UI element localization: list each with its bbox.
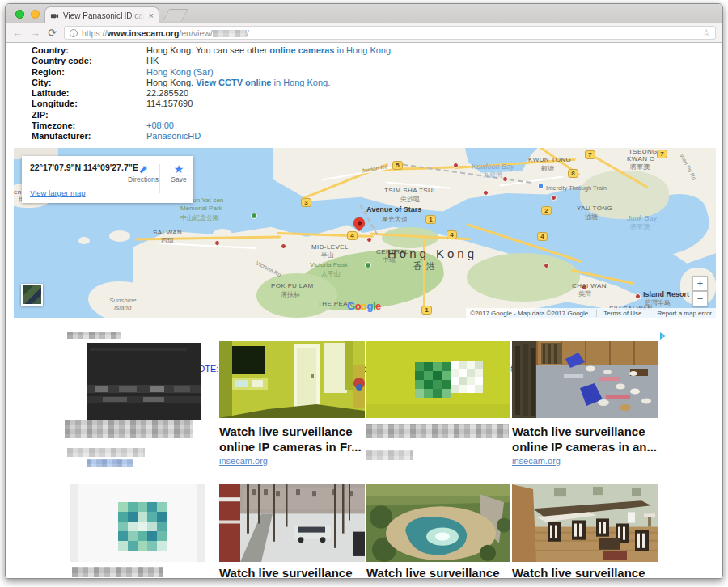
ad-camera-thumbnail-censored-green[interactable] (366, 341, 510, 418)
ad-display-url[interactable]: insecam.org (512, 456, 561, 466)
online-cameras-link[interactable]: online cameras (269, 45, 334, 55)
ad-camera-thumbnail-censored-white[interactable] (70, 484, 205, 562)
route-shield: 1 (425, 215, 436, 224)
route-shield: 4 (447, 230, 457, 239)
map-label: SAI WAN (153, 229, 182, 236)
ad-camera-thumbnail-dog-daycare[interactable] (512, 341, 658, 418)
censored-ad-title (67, 332, 121, 339)
browser-toolbar: ← → ⟳ i https://www.insecam.org/en/view/… (6, 23, 722, 43)
ad-camera-thumbnail-dark[interactable] (87, 343, 201, 420)
map-green-kowloon-hills (580, 171, 669, 219)
map-label: TSIM SHA TSUI (384, 187, 435, 194)
poi-dot (502, 176, 508, 182)
address-bar[interactable]: i https://www.insecam.org/en/view// ☆ (64, 26, 716, 40)
map-label: 西環 (161, 236, 174, 245)
map-label: 尖沙咀 (400, 195, 420, 204)
ad-camera-thumbnail-hallway[interactable] (219, 341, 365, 418)
ad-display-url[interactable]: insecam.org (219, 456, 268, 466)
zoom-out-button[interactable]: − (692, 291, 708, 306)
timezone-link[interactable]: +08:00 (146, 120, 174, 130)
detail-row-timezone: Timezone:+08:00 (32, 120, 393, 131)
map-label: POK FU LAM (271, 282, 313, 289)
zoom-window-button[interactable] (15, 10, 24, 19)
terms-of-use-link[interactable]: Terms of Use (596, 310, 641, 317)
detail-row-country: Country:Hong Kong. You can see other onl… (32, 45, 393, 56)
tab-title: View PanasonicHD camera in (63, 11, 145, 20)
map-green-east-hills (467, 253, 580, 302)
map-label: 星光大道 (382, 215, 408, 224)
map-label: Avenue of Stars (366, 205, 421, 213)
park-dot (251, 213, 257, 219)
reload-icon[interactable]: ⟳ (48, 27, 57, 38)
detail-row-longitude: Longitude:114.157690 (32, 99, 393, 109)
map-label: Junk Bay (627, 214, 657, 222)
transit-icon (538, 184, 544, 189)
page-info-icon[interactable]: i (70, 29, 78, 37)
save-star-icon: ★ (161, 163, 197, 175)
new-tab-button[interactable] (163, 9, 188, 21)
poi-dot (544, 263, 549, 268)
ad-headline[interactable]: Watch live surveillance (219, 565, 353, 579)
poi-dot-island-resort (635, 294, 641, 299)
directions-button[interactable]: ⬈ Directions (125, 163, 161, 184)
park-dot (365, 262, 371, 268)
route-shield: 7 (657, 150, 667, 158)
map-label: CHAI WAN (572, 282, 607, 289)
card-divider (159, 164, 160, 193)
ad-headline[interactable]: Watch live surveillance (366, 565, 500, 579)
map-label: Victoria Peak (310, 261, 348, 268)
directions-icon: ⬈ (125, 163, 161, 175)
adchoices-icon[interactable] (658, 331, 668, 341)
url-text: https://www.insecam.org/en/view// (82, 28, 249, 38)
zoom-in-button[interactable]: + (692, 276, 708, 291)
ad-headline[interactable]: Watch live surveillance (512, 565, 645, 579)
map-label: TSEUNG (629, 148, 658, 155)
detail-row-city: City:Hong Kong. View CCTV online in Hong… (32, 78, 393, 88)
region-link[interactable]: Hong Kong (Sar) (146, 67, 214, 77)
poi-dot (483, 190, 489, 196)
map-label: Intercity Through Train (546, 184, 607, 192)
ad-camera-thumbnail-snow-yard[interactable] (219, 484, 365, 562)
detail-row-region: Region:Hong Kong (Sar) (32, 67, 393, 78)
minimize-window-button[interactable] (31, 10, 40, 19)
route-shield: 2 (541, 206, 552, 215)
censored-ad-url (87, 459, 133, 467)
city-in-hong-kong-link[interactable]: in Hong Kong. (271, 78, 330, 87)
satellite-toggle[interactable] (21, 284, 43, 306)
detail-row-latitude: Latitude:22.285520 (32, 88, 393, 99)
censored-url-segment (213, 30, 247, 37)
map-label: KWAN O (627, 155, 655, 163)
view-cctv-link[interactable]: View CCTV online (196, 78, 271, 87)
ad-camera-thumbnail-restaurant[interactable] (512, 484, 658, 562)
tab-close-icon[interactable]: × (149, 11, 154, 19)
map-label: 九龍灣 (483, 171, 502, 179)
save-button[interactable]: ★ Save (161, 163, 197, 184)
map-label: Island Resort (643, 290, 689, 298)
ad-camera-thumbnail-pool[interactable] (366, 484, 510, 562)
ad-headline[interactable]: Watch live surveillanceonline IP cameras… (219, 424, 362, 454)
map-label: 太平山 (321, 269, 341, 278)
poi-dot (366, 237, 372, 243)
route-shield: 8 (568, 169, 578, 178)
route-shield: 4 (537, 232, 548, 241)
view-larger-map-link[interactable]: View larger map (30, 188, 85, 197)
report-map-error-link[interactable]: Report a map error (650, 310, 712, 317)
map-label: Sun Yat-sen (188, 196, 223, 204)
map-label: 觀塘 (541, 164, 554, 173)
poi-dot (453, 163, 459, 168)
back-icon[interactable]: ← (12, 27, 23, 38)
map-islet (109, 230, 130, 242)
forward-icon[interactable]: → (30, 27, 40, 38)
map-label: 薄扶林 (281, 290, 300, 299)
ad-headline[interactable]: Watch live surveillanceonline IP cameras… (512, 424, 657, 454)
google-map-embed[interactable]: 3 5 7 8 2 1 4 4 4 1 7 Jordan (14, 148, 716, 318)
bookmark-star-icon[interactable]: ☆ (702, 27, 710, 38)
map-info-card: 22°17'07.9"N 114°09'27.7"E ⬈ Directions … (22, 156, 193, 203)
in-hong-kong-link[interactable]: in Hong Kong. (334, 45, 393, 55)
censored-ad-text (65, 420, 193, 438)
manufacturer-link[interactable]: PanasonicHD (146, 131, 201, 141)
map-label: Kowloon Bay (472, 163, 514, 171)
browser-tab[interactable]: View PanasonicHD camera in × (44, 6, 159, 23)
censored-ad-text (72, 567, 163, 577)
map-label: 半山 (321, 251, 334, 260)
